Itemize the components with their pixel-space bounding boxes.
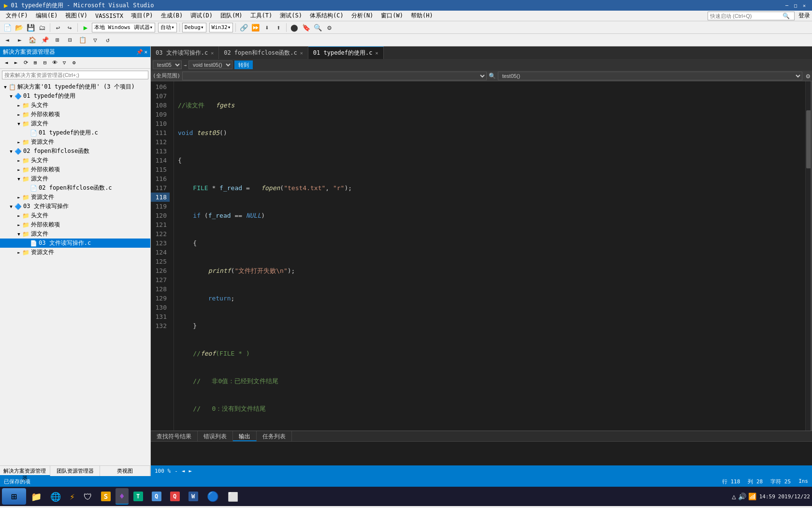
taskbar-item-vs[interactable]: ♦ xyxy=(116,488,129,505)
sidebar-tab-classview[interactable]: 类视图 xyxy=(100,466,150,476)
menu-arch[interactable]: 体系结构(C) xyxy=(306,11,348,21)
close-button[interactable]: ✕ xyxy=(800,1,808,9)
taskbar-item-security[interactable]: 🛡 xyxy=(80,488,96,505)
sidebar-item-p3-headers[interactable]: ► 📁 头文件 xyxy=(0,211,150,220)
sidebar-filter-btn[interactable]: ▽ xyxy=(60,59,69,67)
tab-typedef-close[interactable]: ✕ xyxy=(375,50,378,56)
sidebar-forward-btn[interactable]: ► xyxy=(12,59,20,67)
menu-edit[interactable]: 编辑(E) xyxy=(32,11,62,21)
find-button[interactable]: 🔍 xyxy=(312,22,323,33)
properties-button[interactable]: 📋 xyxy=(77,35,88,45)
nav-settings-icon[interactable]: ⚙ xyxy=(806,72,810,80)
breakpoint-button[interactable]: ⬤ xyxy=(289,22,300,33)
sidebar-show-all-btn[interactable]: 👁 xyxy=(50,59,59,67)
attach-button[interactable]: 🔗 xyxy=(238,22,249,33)
home-button[interactable]: 🏠 xyxy=(27,35,38,45)
sidebar-tab-solution[interactable]: 解决方案资源管理器 xyxy=(0,466,50,476)
tab-file-rw-close[interactable]: ✕ xyxy=(211,50,214,56)
taskbar-item-t[interactable]: T xyxy=(130,488,147,505)
forward-button[interactable]: ► xyxy=(14,35,25,45)
taskbar-item-s[interactable]: S xyxy=(97,488,115,505)
menu-debug[interactable]: 调试(D) xyxy=(187,11,217,21)
run-button[interactable]: ▶ xyxy=(80,22,91,33)
sidebar-item-p1-resources[interactable]: ► 📁 资源文件 xyxy=(0,137,150,147)
nav-location-dropdown[interactable]: test05 xyxy=(153,60,182,69)
sidebar-item-solution[interactable]: ▼ 📋 解决方案'01 typedef的使用' (3 个项目) xyxy=(0,82,150,91)
step-out-button[interactable]: ⬆ xyxy=(273,22,284,33)
editor-mini-scrollbar[interactable] xyxy=(805,81,812,431)
sidebar-item-p3-sources[interactable]: ▼ 📁 源文件 xyxy=(0,229,150,239)
back-button[interactable]: ◄ xyxy=(2,35,13,45)
tab-typedef[interactable]: 01 typedef的使用.c ✕ xyxy=(308,46,384,59)
menu-window[interactable]: 窗口(W) xyxy=(377,11,407,21)
tab-file-rw[interactable]: 03 文件读写操作.c ✕ xyxy=(151,46,219,59)
run-target-dropdown[interactable]: 本地 Windows 调试器 ▾ xyxy=(92,23,155,32)
sidebar-search-input[interactable] xyxy=(2,71,148,79)
tab-fopen-close[interactable]: ✕ xyxy=(300,50,303,56)
sidebar-item-p2-fopen-c[interactable]: 📄 02 fopen和fclose函数.c xyxy=(0,183,150,193)
bottom-tab-find[interactable]: 查找符号结果 xyxy=(151,431,198,441)
expand-button[interactable]: ⊞ xyxy=(52,35,63,45)
sidebar-expand-all-btn[interactable]: ⊞ xyxy=(31,59,40,67)
sidebar-item-p3-external[interactable]: ► 📁 外部依赖项 xyxy=(0,220,150,229)
function-scope-dropdown[interactable]: test05() xyxy=(498,72,802,80)
sidebar-item-project2[interactable]: ▼ 🔷 02 fopen和fclose函数 xyxy=(0,147,150,156)
tray-network-icon[interactable]: 📶 xyxy=(748,493,756,500)
sidebar-tab-team[interactable]: 团队资源管理器 xyxy=(50,466,101,476)
step-over-button[interactable]: ⏩ xyxy=(250,22,261,33)
debug-mode-dropdown[interactable]: Debug ▾ xyxy=(182,23,206,32)
sidebar-close-icon[interactable]: ✕ xyxy=(144,49,147,55)
nav-go-button[interactable]: 转到 xyxy=(234,60,253,69)
bottom-tab-tasks[interactable]: 任务列表 xyxy=(257,431,292,441)
quick-search-input[interactable] xyxy=(710,13,783,19)
platform-dropdown[interactable]: Win32 ▾ xyxy=(209,23,233,32)
taskbar-item-blue[interactable]: 🔵 xyxy=(203,488,223,505)
menu-tools[interactable]: 工具(T) xyxy=(246,11,276,21)
menu-project[interactable]: 项目(P) xyxy=(127,11,157,21)
tab-fopen[interactable]: 02 fopen和fclose函数.c ✕ xyxy=(219,46,308,59)
auto-dropdown[interactable]: 自动 ▾ xyxy=(158,23,177,32)
save-button[interactable]: 💾 xyxy=(25,22,36,33)
minimize-button[interactable]: ─ xyxy=(783,1,791,9)
sidebar-item-p2-sources[interactable]: ▼ 📁 源文件 xyxy=(0,174,150,183)
nav-function-dropdown[interactable]: void test05() xyxy=(188,60,232,69)
login-button[interactable]: 登录 xyxy=(798,12,810,20)
sidebar-item-p1-external[interactable]: ► 📁 外部依赖项 xyxy=(0,110,150,119)
menu-team[interactable]: 团队(M) xyxy=(217,11,246,21)
sidebar-collapse-all-btn[interactable]: ⊟ xyxy=(41,59,49,67)
sidebar-item-p1-typedef-c[interactable]: 📄 01 typedef的使用.c xyxy=(0,128,150,137)
pin-button[interactable]: 📌 xyxy=(40,35,50,45)
sidebar-item-p2-resources[interactable]: ► 📁 资源文件 xyxy=(0,193,150,202)
sidebar-item-p2-external[interactable]: ► 📁 外部依赖项 xyxy=(0,165,150,174)
menu-test[interactable]: 测试(S) xyxy=(276,11,306,21)
code-content[interactable]: //读文件 fgets void test05() { FILE * f_rea… xyxy=(174,81,805,431)
collapse-button[interactable]: ⊟ xyxy=(65,35,75,45)
redo-button[interactable]: ↪ xyxy=(64,22,75,33)
zoom-nav-left[interactable]: ◄ xyxy=(182,468,185,474)
save-all-button[interactable]: 🗂 xyxy=(37,22,47,33)
undo-button[interactable]: ↩ xyxy=(53,22,63,33)
zoom-nav-right[interactable]: ► xyxy=(188,468,192,474)
taskbar-item-browser[interactable]: ⬜ xyxy=(224,488,242,505)
sidebar-item-p3-resources[interactable]: ► 📁 资源文件 xyxy=(0,248,150,257)
start-button[interactable]: ⊞ xyxy=(2,488,26,505)
menu-build[interactable]: 生成(B) xyxy=(157,11,187,21)
sidebar-settings-btn[interactable]: ⚙ xyxy=(70,59,78,67)
filter-button[interactable]: ▽ xyxy=(90,35,101,45)
taskbar-item-q1[interactable]: Q xyxy=(148,488,165,505)
bottom-tab-errors[interactable]: 错误列表 xyxy=(198,431,233,441)
sidebar-item-p3-rw-c[interactable]: 📄 03 文件读写操作.c xyxy=(0,239,150,248)
taskbar-item-q2[interactable]: Q xyxy=(166,488,184,505)
zoom-percent[interactable]: 100 % xyxy=(155,468,171,474)
tray-sound-icon[interactable]: 🔊 xyxy=(738,493,746,500)
menu-help[interactable]: 帮助(H) xyxy=(407,11,437,21)
refresh-button[interactable]: ↺ xyxy=(102,35,113,45)
bottom-tab-output[interactable]: 输出 xyxy=(233,431,257,441)
scope-dropdown[interactable] xyxy=(182,72,487,80)
menu-view[interactable]: 视图(V) xyxy=(61,11,91,21)
sidebar-item-p1-sources[interactable]: ▼ 📁 源文件 xyxy=(0,119,150,128)
sidebar-back-btn[interactable]: ◄ xyxy=(2,59,11,67)
sidebar-item-p1-headers[interactable]: ► 📁 头文件 xyxy=(0,101,150,110)
menu-file[interactable]: 文件(F) xyxy=(2,11,32,21)
refactor-button[interactable]: ⚙ xyxy=(324,22,334,33)
